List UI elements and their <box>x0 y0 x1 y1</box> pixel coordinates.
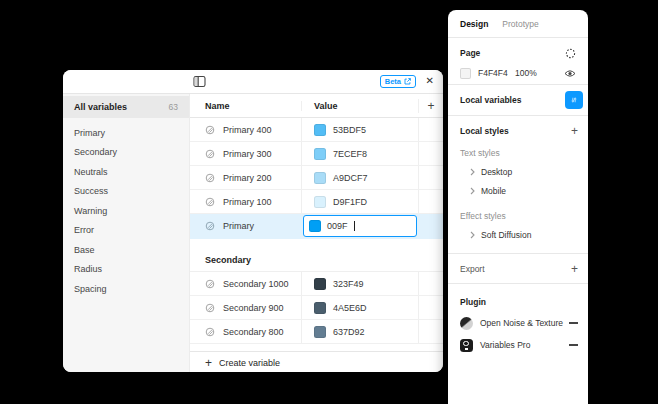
page-section: Page F4F4F4 100% <box>448 38 588 85</box>
modal-header: Beta ✕ <box>63 70 443 94</box>
local-variables-label: Local variables <box>460 95 521 105</box>
beta-badge[interactable]: Beta <box>380 75 416 88</box>
table-row[interactable]: Secondary 800 637D92 <box>190 320 443 344</box>
table-row[interactable]: Primary 300 7ECEF8 <box>190 142 443 166</box>
modal-body: All variables 63 Primary Secondary Neutr… <box>63 94 443 372</box>
chevron-right-icon <box>470 231 475 239</box>
variable-token-icon <box>205 303 215 313</box>
export-label: Export <box>460 264 485 274</box>
add-column-button[interactable]: + <box>418 99 443 113</box>
remove-plugin-icon[interactable] <box>569 322 578 323</box>
collection-list: Primary Secondary Neutrals Success Warni… <box>63 118 189 299</box>
add-style-button[interactable]: + <box>571 126 578 136</box>
chevron-right-icon <box>470 168 475 176</box>
variables-count: 63 <box>169 102 178 112</box>
color-swatch[interactable] <box>309 220 321 232</box>
variable-token-icon <box>205 279 215 289</box>
table-row[interactable]: Secondary 900 4A5E6D <box>190 296 443 320</box>
local-styles-label: Local styles <box>460 126 509 136</box>
table-row[interactable]: Primary 200 A9DCF7 <box>190 166 443 190</box>
sidebar-item-primary[interactable]: Primary <box>63 123 189 143</box>
sidebar-item-success[interactable]: Success <box>63 182 189 202</box>
sidebar-item-spacing[interactable]: Spacing <box>63 279 189 299</box>
page-color-swatch[interactable] <box>460 68 471 79</box>
variable-value: 7ECEF8 <box>333 149 367 159</box>
open-variables-button[interactable] <box>565 91 583 109</box>
plugin-item-open-noise-texture[interactable]: Open Noise & Texture <box>448 312 588 334</box>
noise-texture-plugin-icon <box>460 317 473 330</box>
variable-token-icon <box>205 173 215 183</box>
sidebar-item-secondary[interactable]: Secondary <box>63 143 189 163</box>
variable-value: 53BDF5 <box>333 125 366 135</box>
plugin-item-variables-pro[interactable]: Variables Pro <box>448 334 588 356</box>
page-opacity[interactable]: 100% <box>515 68 537 78</box>
color-swatch[interactable] <box>314 148 326 160</box>
styles-seed-icon[interactable] <box>565 48 576 59</box>
footer-spacer <box>190 344 443 352</box>
tab-design[interactable]: Design <box>460 19 488 29</box>
tab-prototype[interactable]: Prototype <box>502 19 538 29</box>
figma-canvas: Beta ✕ All variables 63 Primary Secondar… <box>0 0 658 404</box>
all-variables-label: All variables <box>74 102 127 112</box>
page-label: Page <box>460 48 480 58</box>
page-color-hex[interactable]: F4F4F4 <box>478 68 515 78</box>
plugin-section: Plugin Open Noise & Texture Variables Pr… <box>448 284 588 356</box>
style-item-desktop[interactable]: Desktop <box>448 162 588 181</box>
export-section: Export + <box>448 254 588 284</box>
style-item-soft-diffusion[interactable]: Soft Diffusion <box>448 225 588 244</box>
close-icon[interactable]: ✕ <box>426 74 434 88</box>
sidebar-item-radius[interactable]: Radius <box>63 260 189 280</box>
text-styles-label: Text styles <box>448 145 588 162</box>
variable-value: 4A5E6D <box>333 303 367 313</box>
table-header: Name Value + <box>190 94 443 118</box>
color-swatch[interactable] <box>314 326 326 338</box>
value-input-text: 009F <box>327 221 348 231</box>
variable-token-icon <box>205 221 215 231</box>
value-input[interactable]: 009F <box>303 215 417 237</box>
variable-token-icon <box>205 327 215 337</box>
color-swatch[interactable] <box>314 124 326 136</box>
variable-value: D9F1FD <box>333 197 367 207</box>
color-swatch[interactable] <box>314 302 326 314</box>
group-header-secondary: Secondary <box>190 249 443 272</box>
column-header-name: Name <box>190 101 301 111</box>
inspector-tabs: Design Prototype <box>448 10 588 38</box>
sidebar-item-neutrals[interactable]: Neutrals <box>63 162 189 182</box>
variable-name: Primary <box>223 221 254 231</box>
group-spacer <box>190 239 443 249</box>
color-swatch[interactable] <box>314 278 326 290</box>
sidebar-item-error[interactable]: Error <box>63 221 189 241</box>
variable-value: A9DCF7 <box>333 173 368 183</box>
eye-icon[interactable] <box>564 69 576 78</box>
plus-icon: + <box>205 356 212 370</box>
variables-modal: Beta ✕ All variables 63 Primary Secondar… <box>63 70 443 372</box>
variable-name: Primary 300 <box>223 149 272 159</box>
sidebar-item-warning[interactable]: Warning <box>63 201 189 221</box>
create-variable-button[interactable]: + Create variable <box>190 352 443 372</box>
layout-sidebar-icon[interactable] <box>193 75 206 88</box>
color-swatch[interactable] <box>314 172 326 184</box>
variable-name: Secondary 900 <box>223 303 284 313</box>
local-styles-section: Local styles + Text styles Desktop Mobil… <box>448 116 588 254</box>
collections-sidebar: All variables 63 Primary Secondary Neutr… <box>63 94 190 372</box>
local-variables-section: Local variables <box>448 85 588 116</box>
remove-plugin-icon[interactable] <box>569 344 578 345</box>
plugin-label: Plugin <box>460 297 486 307</box>
color-swatch[interactable] <box>314 196 326 208</box>
sidebar-item-all-variables[interactable]: All variables 63 <box>63 96 189 118</box>
table-row[interactable]: Primary 100 D9F1FD <box>190 190 443 214</box>
variables-sliders-icon <box>571 95 577 105</box>
add-export-button[interactable]: + <box>571 264 578 274</box>
table-row[interactable]: Secondary 1000 323F49 <box>190 272 443 296</box>
table-row-selected[interactable]: Primary 009F <box>190 214 443 239</box>
inspector-panel: Design Prototype Page F4F4F4 100% Lo <box>448 10 588 404</box>
sidebar-item-base[interactable]: Base <box>63 240 189 260</box>
variable-token-icon <box>205 197 215 207</box>
effect-styles-label: Effect styles <box>448 208 588 225</box>
table-row[interactable]: Primary 400 53BDF5 <box>190 118 443 142</box>
style-item-mobile[interactable]: Mobile <box>448 181 588 200</box>
variables-table: Name Value + Primary 400 53BDF5 <box>190 94 443 372</box>
external-link-icon <box>404 78 411 85</box>
variable-name: Primary 200 <box>223 173 272 183</box>
text-caret <box>354 221 355 231</box>
